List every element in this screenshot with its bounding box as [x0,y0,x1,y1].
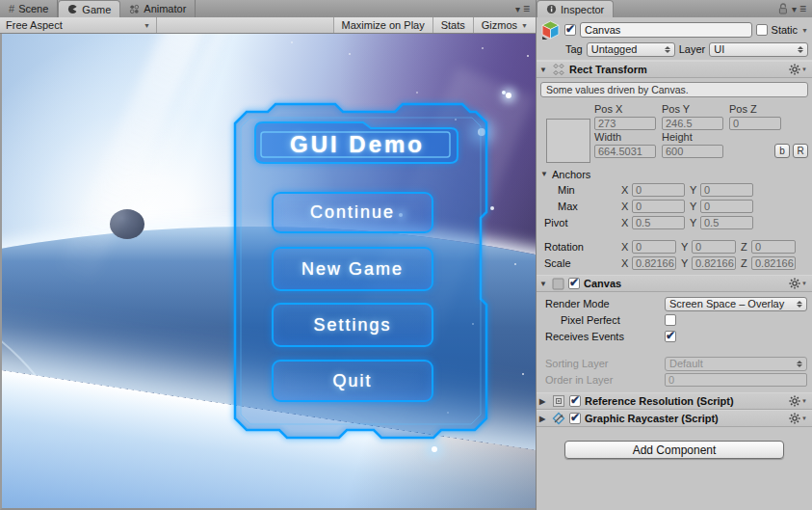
pane-dropdown-icon[interactable]: ▾ [515,4,520,14]
rotation-x-field[interactable]: 0 [632,240,676,254]
maximize-on-play-button[interactable]: Maximize on Play [333,17,432,33]
tag-dropdown[interactable]: Untagged [587,42,675,57]
pivot-y-field[interactable]: 0.5 [700,216,753,229]
sorting-layer-dropdown[interactable]: Default [665,357,807,371]
scale-y-field[interactable]: 0.82166 [692,256,736,270]
new-game-button[interactable]: New Game [272,247,433,291]
foldout-open-icon[interactable]: ▼ [539,280,548,288]
graphic-raycaster-header[interactable]: ▶ Graphic Raycaster (Script) ▼ [537,410,812,427]
animator-icon [129,4,140,14]
gear-icon[interactable]: ▼ [789,64,807,75]
inspector-body: Canvas Static ▼ Tag Untagged Layer UI [537,17,812,510]
height-field[interactable]: 600 [662,145,723,158]
game-icon [67,4,78,14]
foldout-open-icon[interactable]: ▼ [539,66,548,74]
layer-label: Layer [679,43,706,55]
rotation-z-field[interactable]: 0 [751,240,796,254]
pixel-perfect-checkbox[interactable] [665,314,676,326]
gear-icon[interactable]: ▼ [789,395,807,407]
pixel-perfect-row: Pixel Perfect [537,312,812,328]
foldout-closed-icon[interactable]: ▶ [539,397,548,406]
anchors-max-row: Max X 0 Y 0 [537,198,812,214]
order-in-layer-row: Order in Layer 0 [537,372,812,388]
rotation-y-field[interactable]: 0 [692,240,736,254]
reference-resolution-icon [552,394,565,408]
pane-menu-icon[interactable]: ≡ [523,2,530,15]
menu-title-plate: GUI Demo [252,120,462,166]
game-toolbar: Free Aspect ▼ Maximize on Play Stats Giz… [0,17,536,34]
updown-arrow-icon [797,361,802,367]
lens-flare [432,446,437,452]
receives-events-row: Receives Events [537,329,812,344]
gizmos-dropdown[interactable]: Gizmos ▼ [473,17,536,33]
pane-dropdown-icon[interactable]: ▾ [792,4,797,14]
updown-arrow-icon [665,46,670,53]
rect-transform-title: Rect Transform [569,64,785,75]
inspector-panel: Inspector ▾ ≡ [536,0,812,510]
gear-icon[interactable]: ▼ [789,413,807,424]
static-checkbox[interactable] [756,24,768,36]
updown-arrow-icon [798,46,803,53]
tab-inspector[interactable]: Inspector [537,0,614,17]
graphic-raycaster-icon [552,412,565,425]
static-dropdown-icon[interactable]: ▼ [801,27,808,34]
tag-label: Tag [565,43,583,55]
anchors-foldout[interactable]: ▼ Anchors [537,167,812,181]
rotation-row: Rotation X 0 Y 0 Z 0 [537,238,812,255]
menu-title: GUI Demo [252,123,462,166]
settings-button[interactable]: Settings [272,303,433,347]
foldout-open-icon: ▼ [540,170,549,178]
pos-x-field[interactable]: 273 [594,117,656,130]
pos-y-field[interactable]: 246.5 [662,117,723,130]
anchor-preset-button[interactable] [546,119,590,163]
gameobject-cube-icon[interactable] [540,20,561,40]
lens-flare [506,93,511,98]
pos-z-field[interactable]: 0 [729,117,781,130]
chevron-down-icon: ▼ [521,22,528,29]
receives-events-checkbox[interactable] [665,331,676,342]
gui-demo-panel: GUI Demo Continue New Game Settings Quit [233,98,489,443]
reference-resolution-header[interactable]: ▶ Reference Resolution (Script) ▼ [537,392,812,410]
max-x-field[interactable]: 0 [632,200,685,213]
foldout-closed-icon[interactable]: ▶ [539,415,548,423]
scale-row: Scale X 0.82166 Y 0.82166 Z 0.82166 [537,255,812,271]
gameobject-name-field[interactable]: Canvas [580,22,752,38]
max-y-field[interactable]: 0 [700,200,753,213]
gear-icon[interactable]: ▼ [789,278,807,289]
order-in-layer-field[interactable]: 0 [665,373,807,387]
render-mode-dropdown[interactable]: Screen Space – Overlay [665,297,807,311]
scale-z-field[interactable]: 0.82166 [751,256,796,270]
width-field[interactable]: 664.5031 [594,145,656,158]
tab-game[interactable]: Game [58,0,120,17]
tab-game-label: Game [82,4,111,15]
aspect-label: Free Aspect [6,19,63,31]
min-y-field[interactable]: 0 [700,183,753,197]
scale-x-field[interactable]: 0.82166 [632,256,676,270]
gameobject-enabled-checkbox[interactable] [564,24,576,36]
raw-edit-mode-button[interactable]: R [793,144,808,158]
tab-scene-label: Scene [18,3,48,14]
rect-transform-icon [552,63,565,76]
rect-transform-header[interactable]: ▼ Rect Transform ▼ [537,61,812,78]
reference-resolution-enabled-checkbox[interactable] [569,395,581,407]
continue-button[interactable]: Continue [272,192,433,233]
lock-icon[interactable] [778,3,789,14]
tab-scene[interactable]: # Scene [0,0,58,17]
graphic-raycaster-enabled-checkbox[interactable] [569,413,581,424]
tab-animator[interactable]: Animator [120,0,196,17]
unity-editor: # Scene Game Animator ▾ ≡ F [0,0,812,510]
pane-menu-icon[interactable]: ≡ [799,2,806,15]
min-x-field[interactable]: 0 [632,183,685,197]
canvas-icon [552,278,564,290]
add-component-button[interactable]: Add Component [564,441,784,459]
tab-animator-label: Animator [144,3,186,14]
stats-button[interactable]: Stats [432,17,473,33]
layer-dropdown[interactable]: UI [709,42,808,57]
aspect-dropdown[interactable]: Free Aspect ▼ [0,17,157,33]
canvas-component-header[interactable]: ▼ Canvas ▼ [537,275,812,292]
pivot-x-field[interactable]: 0.5 [632,216,685,229]
info-icon [546,4,557,14]
quit-button[interactable]: Quit [272,360,433,402]
canvas-enabled-checkbox[interactable] [568,278,580,289]
blueprint-mode-button[interactable]: b [774,144,790,158]
